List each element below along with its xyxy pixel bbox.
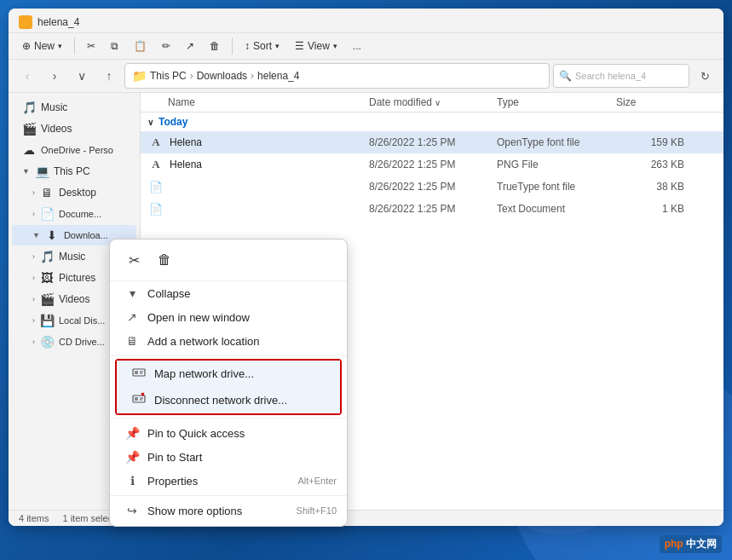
search-icon: 🔍 bbox=[559, 70, 572, 82]
delete-button[interactable]: 🗑 bbox=[203, 37, 227, 55]
refresh-button[interactable]: ↻ bbox=[693, 64, 717, 88]
copy-icon: ⧉ bbox=[111, 40, 118, 52]
toolbar-sep-1 bbox=[74, 38, 75, 55]
recent-button[interactable]: ∨ bbox=[70, 64, 94, 88]
file-icon-1: A bbox=[147, 134, 164, 151]
ctx-collapse-icon: ▾ bbox=[124, 286, 141, 300]
downloads-expand-icon: ▼ bbox=[32, 231, 40, 240]
address-folder-icon: 📁 bbox=[132, 69, 147, 83]
address-bar[interactable]: 📁 This PC › Downloads › helena_4 bbox=[124, 63, 550, 89]
rename-icon: ✏ bbox=[162, 40, 170, 52]
sidebar-item-desktop[interactable]: › 🖥 Desktop bbox=[12, 182, 136, 203]
svg-rect-1 bbox=[135, 371, 138, 374]
file-type-3: TrueType font file bbox=[497, 181, 616, 193]
desktop-expand-icon: › bbox=[32, 188, 35, 197]
col-header-date: Date modified ∨ bbox=[369, 96, 497, 108]
file-row-4[interactable]: 📄 8/26/2022 1:25 PM Text Document 1 KB bbox=[141, 198, 723, 220]
documents-icon: 📄 bbox=[40, 207, 54, 221]
file-size-4: 1 KB bbox=[616, 203, 684, 215]
view-button[interactable]: ☰ View ▾ bbox=[288, 37, 344, 55]
address-path-helena4: helena_4 bbox=[257, 70, 299, 82]
file-icon-3: 📄 bbox=[147, 178, 164, 195]
file-row-2[interactable]: A Helena 8/26/2022 1:25 PM PNG File 263 … bbox=[141, 153, 723, 176]
rename-button[interactable]: ✏ bbox=[155, 37, 177, 55]
col-header-name[interactable]: Name bbox=[147, 96, 369, 108]
copy-button[interactable]: ⧉ bbox=[104, 37, 125, 55]
share-button[interactable]: ↗ bbox=[179, 37, 201, 55]
sidebar-item-videos[interactable]: 🎬 Videos bbox=[12, 118, 136, 139]
file-row-3[interactable]: 📄 8/26/2022 1:25 PM TrueType font file 3… bbox=[141, 176, 723, 198]
ctx-open-new-window[interactable]: ↗ Open in new window bbox=[110, 305, 347, 329]
ctx-show-more-shortcut: Shift+F10 bbox=[297, 505, 337, 516]
ctx-pin-start[interactable]: 📌 Pin to Start bbox=[110, 445, 347, 469]
ctx-disconnect-drive[interactable]: Disconnect network drive... bbox=[117, 387, 340, 413]
ctx-cut-button[interactable]: ✂ bbox=[120, 246, 147, 274]
file-name-2: Helena bbox=[170, 159, 369, 170]
new-icon: ⊕ bbox=[22, 40, 31, 52]
search-box[interactable]: 🔍 Search helena_4 bbox=[553, 64, 689, 88]
delete-icon: 🗑 bbox=[210, 40, 220, 52]
thispc-expand-icon: ▼ bbox=[22, 167, 30, 176]
more-button[interactable]: ... bbox=[346, 37, 368, 55]
documents-expand-icon: › bbox=[32, 210, 35, 218]
ctx-pin-quick[interactable]: 📌 Pin to Quick access bbox=[110, 421, 347, 445]
ctx-sep-2 bbox=[110, 418, 347, 419]
file-icon-4: 📄 bbox=[147, 200, 164, 217]
sort-dropdown-icon: ▾ bbox=[275, 42, 280, 50]
ctx-add-network[interactable]: 🖥 Add a network location bbox=[110, 329, 347, 353]
cut-icon: ✂ bbox=[87, 40, 95, 52]
localdisk-expand-icon: › bbox=[32, 316, 35, 325]
file-name-1: Helena bbox=[170, 136, 369, 148]
file-size-1: 159 KB bbox=[616, 136, 684, 148]
music-icon: 🎵 bbox=[22, 101, 36, 114]
ctx-map-drive-icon bbox=[130, 366, 147, 382]
watermark: php 中文网 bbox=[660, 535, 722, 553]
col-header-type[interactable]: Type bbox=[497, 96, 616, 108]
ctx-pin-start-icon: 📌 bbox=[124, 450, 141, 464]
videos2-expand-icon: › bbox=[32, 295, 35, 303]
file-icon-2: A bbox=[147, 156, 164, 173]
forward-button[interactable]: › bbox=[43, 64, 66, 88]
sort-arrow-icon: ∨ bbox=[435, 98, 441, 107]
address-path-downloads: Downloads bbox=[197, 70, 247, 82]
ctx-disconnect-icon bbox=[130, 392, 147, 408]
file-date-1: 8/26/2022 1:25 PM bbox=[369, 136, 497, 148]
ctx-delete-button[interactable]: 🗑 bbox=[151, 246, 178, 274]
ctx-show-more[interactable]: ↪ Show more options Shift+F10 bbox=[110, 499, 347, 522]
toolbar: ⊕ New ▾ ✂ ⧉ 📋 ✏ ↗ 🗑 ↕ Sort ▾ ☰ bbox=[9, 33, 723, 60]
file-type-1: OpenType font file bbox=[497, 136, 616, 148]
ctx-show-more-icon: ↪ bbox=[124, 504, 141, 517]
sidebar-item-onedrive[interactable]: ☁ OneDrive - Perso bbox=[12, 140, 136, 160]
cut-button[interactable]: ✂ bbox=[80, 37, 102, 55]
music2-expand-icon: › bbox=[32, 252, 35, 261]
ctx-open-new-icon: ↗ bbox=[124, 310, 141, 324]
address-bar-row: ‹ › ∨ ↑ 📁 This PC › Downloads › helena_4… bbox=[9, 60, 723, 93]
file-date-3: 8/26/2022 1:25 PM bbox=[369, 181, 497, 193]
file-row-1[interactable]: A Helena 8/26/2022 1:25 PM OpenType font… bbox=[141, 131, 723, 153]
group-expand-icon: ∨ bbox=[147, 118, 153, 127]
paste-button[interactable]: 📋 bbox=[127, 37, 153, 55]
back-button[interactable]: ‹ bbox=[15, 64, 39, 88]
ctx-map-drive[interactable]: Map network drive... bbox=[117, 361, 340, 387]
pictures-icon: 🖼 bbox=[40, 271, 54, 285]
items-count: 4 items bbox=[19, 513, 49, 523]
new-dropdown-icon: ▾ bbox=[58, 42, 62, 50]
share-icon: ↗ bbox=[186, 40, 194, 52]
file-list-header: Name Date modified ∨ Type Size bbox=[141, 93, 723, 113]
svg-rect-5 bbox=[135, 397, 138, 401]
toolbar-sep-2 bbox=[232, 38, 233, 55]
sidebar-item-thispc[interactable]: ▼ 💻 This PC bbox=[12, 161, 136, 182]
title-bar: helena_4 bbox=[9, 9, 723, 33]
new-button[interactable]: ⊕ New ▾ bbox=[15, 37, 69, 55]
ctx-pin-quick-icon: 📌 bbox=[124, 426, 141, 440]
file-type-2: PNG File bbox=[497, 159, 616, 170]
ctx-collapse[interactable]: ▾ Collapse bbox=[110, 281, 347, 305]
sidebar-item-music[interactable]: 🎵 Music bbox=[12, 97, 136, 118]
sort-button[interactable]: ↕ Sort ▾ bbox=[238, 37, 286, 55]
file-type-4: Text Document bbox=[497, 203, 616, 215]
sidebar-item-documents[interactable]: › 📄 Docume... bbox=[12, 204, 136, 224]
col-header-size[interactable]: Size bbox=[616, 96, 684, 108]
up-button[interactable]: ↑ bbox=[97, 64, 121, 88]
ctx-properties[interactable]: ℹ Properties Alt+Enter bbox=[110, 469, 347, 493]
ctx-top-icons: ✂ 🗑 bbox=[110, 243, 347, 281]
